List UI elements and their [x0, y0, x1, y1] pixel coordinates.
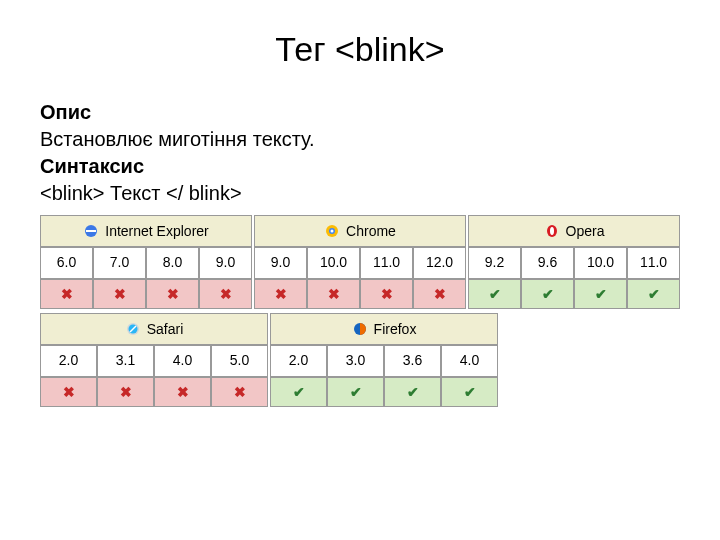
version-cell: 9.2: [468, 247, 521, 279]
support-cell: ✖: [413, 279, 466, 309]
support-cell: ✖: [93, 279, 146, 309]
version-cell: 3.0: [327, 345, 384, 377]
version-cell: 8.0: [146, 247, 199, 279]
support-cell: ✖: [360, 279, 413, 309]
support-cell: ✔: [327, 377, 384, 407]
check-icon: ✔: [293, 384, 305, 400]
cross-icon: ✖: [63, 384, 75, 400]
version-cell: 10.0: [307, 247, 360, 279]
version-cell: 3.6: [384, 345, 441, 377]
browser-group-safari: Safari 2.0 3.1 4.0 5.0 ✖ ✖ ✖ ✖: [40, 313, 268, 407]
version-cell: 5.0: [211, 345, 268, 377]
browser-group-chrome: Chrome 9.0 10.0 11.0 12.0 ✖ ✖ ✖ ✖: [254, 215, 466, 309]
cross-icon: ✖: [114, 286, 126, 302]
browser-group-firefox: Firefox 2.0 3.0 3.6 4.0 ✔ ✔ ✔ ✔: [270, 313, 498, 407]
check-icon: ✔: [489, 286, 501, 302]
version-cell: 10.0: [574, 247, 627, 279]
support-cell: ✔: [521, 279, 574, 309]
support-cell: ✖: [211, 377, 268, 407]
support-cell: ✖: [307, 279, 360, 309]
support-cell: ✖: [254, 279, 307, 309]
cross-icon: ✖: [275, 286, 287, 302]
syntax-body: <blink> Текст </ blink>: [40, 182, 242, 204]
support-cell: ✖: [199, 279, 252, 309]
cross-icon: ✖: [167, 286, 179, 302]
check-icon: ✔: [407, 384, 419, 400]
version-cell: 2.0: [270, 345, 327, 377]
cross-icon: ✖: [434, 286, 446, 302]
opera-icon: [544, 223, 560, 239]
version-cell: 9.6: [521, 247, 574, 279]
version-cell: 4.0: [441, 345, 498, 377]
syntax-head: Синтаксис: [40, 155, 144, 177]
svg-point-5: [550, 227, 554, 235]
check-icon: ✔: [464, 384, 476, 400]
firefox-icon: [352, 321, 368, 337]
support-cell: ✔: [627, 279, 680, 309]
browser-name: Opera: [566, 223, 605, 239]
browser-name: Internet Explorer: [105, 223, 209, 239]
support-cell: ✖: [97, 377, 154, 407]
chrome-icon: [324, 223, 340, 239]
version-cell: 4.0: [154, 345, 211, 377]
check-icon: ✔: [648, 286, 660, 302]
desc-head: Опис: [40, 101, 91, 123]
support-cell: ✖: [154, 377, 211, 407]
support-cell: ✔: [441, 377, 498, 407]
browser-name: Safari: [147, 321, 184, 337]
support-cell: ✖: [146, 279, 199, 309]
svg-point-3: [331, 230, 334, 233]
check-icon: ✔: [542, 286, 554, 302]
safari-icon: [125, 321, 141, 337]
version-cell: 11.0: [627, 247, 680, 279]
browser-name: Chrome: [346, 223, 396, 239]
cross-icon: ✖: [220, 286, 232, 302]
page-title: Тег <blink>: [40, 30, 680, 69]
support-cell: ✖: [40, 279, 93, 309]
support-cell: ✔: [468, 279, 521, 309]
version-cell: 9.0: [254, 247, 307, 279]
version-cell: 2.0: [40, 345, 97, 377]
version-cell: 9.0: [199, 247, 252, 279]
support-tables: Internet Explorer 6.0 7.0 8.0 9.0 ✖ ✖ ✖ …: [40, 215, 680, 407]
version-cell: 3.1: [97, 345, 154, 377]
browser-name: Firefox: [374, 321, 417, 337]
version-cell: 11.0: [360, 247, 413, 279]
version-cell: 7.0: [93, 247, 146, 279]
cross-icon: ✖: [234, 384, 246, 400]
browser-group-ie: Internet Explorer 6.0 7.0 8.0 9.0 ✖ ✖ ✖ …: [40, 215, 252, 309]
desc-body: Встановлює миготіння тексту.: [40, 128, 315, 150]
cross-icon: ✖: [328, 286, 340, 302]
support-cell: ✔: [270, 377, 327, 407]
check-icon: ✔: [595, 286, 607, 302]
cross-icon: ✖: [120, 384, 132, 400]
support-cell: ✖: [40, 377, 97, 407]
browser-group-opera: Opera 9.2 9.6 10.0 11.0 ✔ ✔ ✔ ✔: [468, 215, 680, 309]
check-icon: ✔: [350, 384, 362, 400]
support-cell: ✔: [574, 279, 627, 309]
description-block: Опис Встановлює миготіння тексту. Синтак…: [40, 99, 680, 207]
version-cell: 6.0: [40, 247, 93, 279]
support-cell: ✔: [384, 377, 441, 407]
cross-icon: ✖: [61, 286, 73, 302]
cross-icon: ✖: [381, 286, 393, 302]
cross-icon: ✖: [177, 384, 189, 400]
ie-icon: [83, 223, 99, 239]
version-cell: 12.0: [413, 247, 466, 279]
